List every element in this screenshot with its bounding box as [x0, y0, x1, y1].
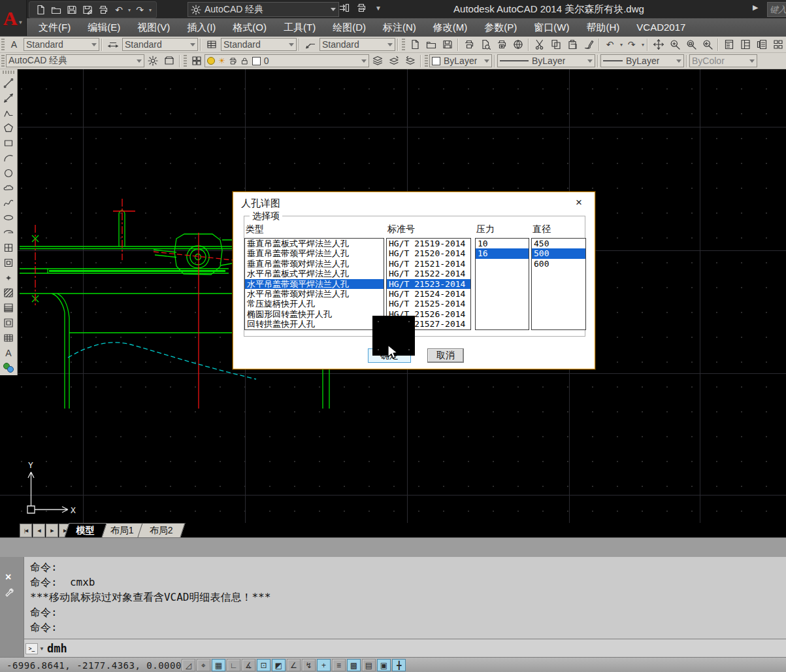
draw-tool-gradient[interactable] [1, 300, 17, 315]
menu-item-文件(F)[interactable]: 文件(F) [30, 18, 79, 37]
redo-dropdown[interactable]: ▾ [642, 42, 644, 48]
pressure-item[interactable]: 10 [476, 239, 529, 248]
horizontal-scroll-strip[interactable] [0, 537, 786, 558]
draw-tool-spline[interactable] [1, 195, 17, 210]
draw-tool-polyline[interactable] [1, 106, 17, 121]
new-button[interactable] [33, 3, 48, 16]
print-button[interactable] [96, 3, 110, 16]
toolbar-button-publish[interactable] [510, 37, 526, 52]
draw-tool-table[interactable] [1, 330, 17, 345]
menu-item-工具(T)[interactable]: 工具(T) [275, 18, 324, 37]
toolbar-grip[interactable] [402, 39, 405, 50]
diameter-item-selected[interactable]: 500 [532, 248, 585, 258]
toolbar-button-cut[interactable] [531, 37, 548, 52]
save-button[interactable] [65, 3, 79, 16]
draw-tool-rectangle[interactable] [1, 135, 17, 150]
status-toggle-selection-cycling[interactable]: ▣ [377, 659, 391, 671]
menu-item-格式(O)[interactable]: 格式(O) [224, 18, 275, 37]
status-toggle-osnap[interactable]: ⊡ [257, 659, 270, 671]
toolbar-button-properties[interactable] [721, 37, 737, 52]
mleader-style-combo[interactable]: Standard [319, 38, 395, 51]
menu-item-编辑(E)[interactable]: 编辑(E) [79, 18, 129, 37]
application-menu-button[interactable]: A▼ [0, 0, 27, 36]
draw-tool-ellipse-arc[interactable] [1, 226, 17, 241]
type-listbox[interactable]: 垂直吊盖板式平焊法兰人孔垂直吊盖带颈平焊法兰人孔垂直吊盖带颈对焊法兰人孔水平吊盖… [244, 238, 384, 330]
toolbar-button-zoom-previous[interactable] [699, 37, 715, 52]
toolbar-button-layer-previous[interactable] [402, 54, 418, 69]
cancel-button[interactable]: 取消 [427, 348, 464, 363]
undo-dropdown[interactable]: ▾ [128, 7, 131, 13]
standard-item[interactable]: HG/T 21519-2014 [387, 239, 470, 248]
type-item-selected[interactable]: 水平吊盖带颈平焊法兰人孔 [245, 279, 384, 289]
tab-模型[interactable]: 模型 [64, 523, 106, 537]
type-item[interactable]: 垂直吊盖板式平焊法兰人孔 [245, 239, 384, 248]
pressure-item-selected[interactable]: 16 [476, 248, 529, 258]
lineweight-combo[interactable]: ByLayer [600, 54, 684, 67]
menu-item-修改(M)[interactable]: 修改(M) [425, 18, 476, 37]
menu-item-VCAD2017[interactable]: VCAD2017 [628, 18, 694, 37]
layer-combo[interactable]: ☀0 [205, 54, 369, 67]
plotstyle-combo[interactable]: ByColor [689, 54, 757, 67]
close-icon[interactable]: × [5, 571, 11, 583]
saveas-button[interactable] [80, 3, 95, 16]
draw-tool-make-block[interactable] [1, 256, 17, 271]
draw-tool-arc[interactable] [1, 150, 17, 165]
type-item[interactable]: 垂直吊盖带颈平焊法兰人孔 [245, 248, 384, 258]
draw-tool-hatch[interactable] [1, 285, 17, 300]
tab-nav-button-2[interactable]: ▶ [46, 524, 58, 537]
draw-tool-insert-block[interactable] [1, 241, 17, 256]
status-toggle-grid[interactable]: ▦ [212, 659, 225, 671]
menu-item-视图(V)[interactable]: 视图(V) [129, 18, 178, 37]
close-icon[interactable]: × [572, 196, 585, 209]
toolbar-button-open[interactable] [423, 37, 439, 52]
toolbar-button-sheet-set[interactable] [770, 37, 786, 52]
type-item[interactable]: 椭圆形回转盖快开人孔 [245, 309, 384, 319]
toolbar-button-design-center[interactable] [737, 37, 753, 52]
table-style-combo[interactable]: Standard [221, 38, 297, 51]
toolbar-grip[interactable] [1, 55, 5, 67]
type-item[interactable]: 回转拱盖快开人孔 [245, 319, 384, 329]
wrench-icon[interactable] [4, 587, 14, 597]
menu-item-插入(I)[interactable]: 插入(I) [178, 18, 224, 37]
workspace-switcher-combo[interactable]: AutoCAD 经典 [188, 2, 339, 17]
dim-style-button[interactable] [105, 37, 121, 52]
tab-nav-button-0[interactable]: |◀ [20, 524, 32, 537]
undo-dropdown[interactable]: ▾ [620, 42, 623, 48]
standard-item[interactable]: HG/T 21522-2014 [387, 269, 470, 278]
pressure-listbox[interactable]: 1016 [475, 238, 529, 330]
undo-button[interactable]: ↶ [112, 3, 126, 16]
infocenter-search-input[interactable]: 键入关键字或短语 [767, 2, 786, 17]
toolbar-button-preview[interactable] [477, 37, 493, 52]
status-toggle-quick-props[interactable]: ▤ [362, 659, 376, 671]
draw-tool-region[interactable] [1, 315, 17, 330]
menu-item-参数(P)[interactable]: 参数(P) [476, 18, 525, 37]
menu-item-帮助(H)[interactable]: 帮助(H) [578, 18, 628, 37]
toolbar-button-copy[interactable] [548, 37, 564, 52]
status-toggle-annotation-monitor[interactable]: ╋ [392, 659, 406, 671]
toolbar-button-zoom-window[interactable] [683, 37, 699, 52]
redo-dropdown[interactable]: ▾ [149, 7, 152, 13]
status-toggle-polar[interactable]: ∡ [242, 659, 255, 671]
toolbar-button-tool-palettes[interactable] [753, 37, 770, 52]
toolbar-grip[interactable] [1, 39, 5, 50]
infocenter-expand-arrow[interactable]: ▶ [753, 3, 758, 12]
toolbar-button-redo[interactable]: ↷ [623, 37, 640, 52]
mleader-style-button[interactable] [302, 37, 318, 52]
status-toggle-dyn[interactable]: + [317, 659, 331, 671]
tab-布局2[interactable]: 布局2 [137, 523, 185, 537]
linetype-combo[interactable]: ByLayer [497, 54, 595, 67]
type-item[interactable]: 垂直吊盖带颈对焊法兰人孔 [245, 259, 384, 269]
toolbar-button-undo[interactable]: ↶ [602, 37, 618, 52]
diameter-item[interactable]: 450 [532, 239, 585, 248]
standard-item[interactable]: HG/T 21525-2014 [387, 299, 470, 309]
status-toggle-ortho[interactable]: ∟ [227, 659, 240, 671]
draw-tool-revision-cloud[interactable] [1, 180, 17, 195]
standard-item[interactable]: HG/T 21521-2014 [387, 259, 470, 269]
draw-tool-line[interactable] [1, 76, 17, 91]
draw-tool-construction-line[interactable] [1, 91, 17, 106]
status-toggle-snap[interactable]: ⌖ [197, 659, 210, 671]
toolbar-button-gear[interactable] [144, 54, 161, 69]
table-style-button[interactable] [203, 37, 220, 52]
toolbar-button-print[interactable] [461, 37, 477, 52]
status-toggle-transparency[interactable]: ▩ [347, 659, 361, 671]
